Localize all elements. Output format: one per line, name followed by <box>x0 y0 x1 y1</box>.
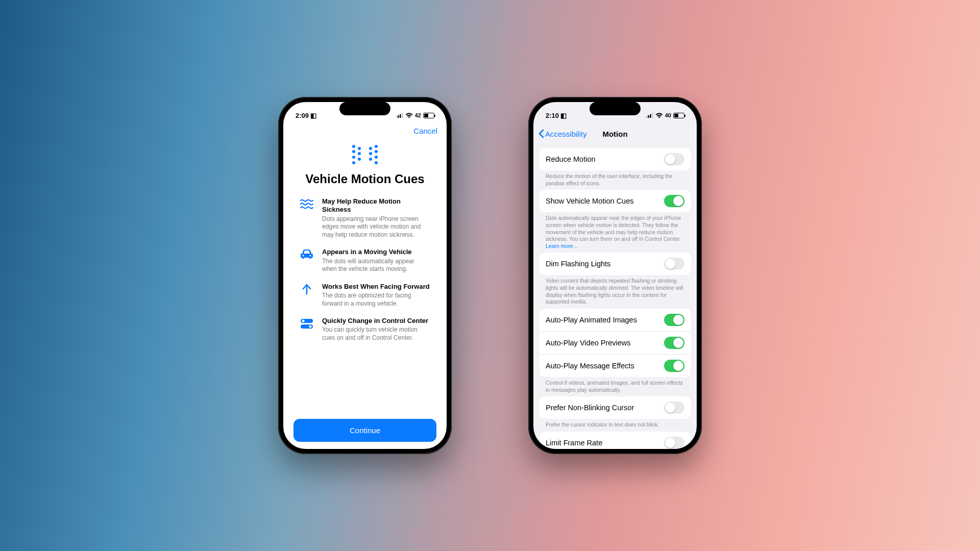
svg-rect-24 <box>646 116 647 118</box>
feature-title: May Help Reduce Motion Sickness <box>322 197 430 214</box>
row-label: Prefer Non-Blinking Cursor <box>546 404 634 412</box>
chevron-left-icon <box>538 129 544 138</box>
svg-point-6 <box>352 156 355 159</box>
row-show-vehicle-motion-cues[interactable]: Show Vehicle Motion Cues <box>540 190 691 212</box>
row-footer: Reduce the motion of the user interface,… <box>540 170 691 187</box>
dynamic-island <box>590 102 641 115</box>
onboarding-content: Vehicle Motion Cues May Help Reduce Moti… <box>283 135 447 449</box>
row-label: Limit Frame Rate <box>546 439 602 447</box>
feature-list: May Help Reduce Motion Sickness Dots app… <box>293 197 436 342</box>
svg-rect-25 <box>648 115 649 118</box>
svg-point-19 <box>309 255 311 257</box>
row-label: Show Vehicle Motion Cues <box>546 197 634 205</box>
location-indicator-icon: ◧ <box>310 112 316 119</box>
svg-point-5 <box>352 150 355 153</box>
feature-title: Appears in a Moving Vehicle <box>322 248 430 256</box>
svg-point-11 <box>369 147 372 150</box>
cancel-button[interactable]: Cancel <box>413 127 437 135</box>
svg-point-15 <box>375 150 378 153</box>
arrow-up-icon <box>300 283 314 295</box>
feature-item: Quickly Change in Control Center You can… <box>300 317 430 342</box>
nav-bar: Accessibility Motion <box>533 124 697 143</box>
row-reduce-motion[interactable]: Reduce Motion <box>540 148 691 170</box>
row-limit-frame-rate[interactable]: Limit Frame Rate <box>540 432 691 449</box>
svg-point-8 <box>358 147 361 150</box>
status-time: 2:10 <box>546 112 559 119</box>
svg-point-21 <box>302 320 305 322</box>
svg-rect-27 <box>652 113 653 118</box>
wifi-icon <box>655 113 663 118</box>
svg-rect-1 <box>398 115 399 118</box>
row-autoplay-message-effects[interactable]: Auto-Play Message Effects <box>540 354 691 377</box>
back-label: Accessibility <box>545 130 587 138</box>
row-autoplay-video-previews[interactable]: Auto-Play Video Previews <box>540 331 691 354</box>
svg-point-13 <box>369 158 372 161</box>
feature-desc: The dots will automatically appear when … <box>322 258 430 273</box>
svg-rect-2 <box>400 114 401 118</box>
feature-title: Works Best When Facing Forward <box>322 283 430 291</box>
toggle-dim-flashing-lights[interactable] <box>664 258 684 270</box>
nav-title: Motion <box>602 130 627 138</box>
status-time: 2:09 <box>296 112 309 119</box>
row-autoplay-animated-images[interactable]: Auto-Play Animated Images <box>540 309 691 331</box>
row-dim-flashing-lights[interactable]: Dim Flashing Lights <box>540 253 691 275</box>
settings-list[interactable]: Reduce Motion Reduce the motion of the u… <box>533 143 697 449</box>
switches-icon <box>300 317 314 329</box>
row-footer: Video content that depicts repeated flas… <box>540 275 691 306</box>
toggle-autoplay-message-effects[interactable] <box>664 360 684 372</box>
toggle-prefer-non-blinking-cursor[interactable] <box>664 402 684 414</box>
svg-point-12 <box>369 152 372 155</box>
svg-point-10 <box>358 158 361 161</box>
background: 2:09 ◧ 42 Cancel <box>0 0 980 551</box>
learn-more-link[interactable]: Learn more… <box>546 243 578 249</box>
feature-item: May Help Reduce Motion Sickness Dots app… <box>300 197 430 239</box>
sheet-header: Cancel <box>283 124 447 135</box>
row-footer: Prefer the cursor indicator in text does… <box>540 419 691 429</box>
car-icon <box>300 248 314 259</box>
row-label: Auto-Play Animated Images <box>546 316 637 324</box>
row-label: Reduce Motion <box>546 155 596 163</box>
feature-desc: Dots appearing near iPhone screen edges … <box>322 215 430 239</box>
battery-percent: 42 <box>415 112 421 118</box>
battery-percent: 40 <box>665 112 671 118</box>
onboarding-title: Vehicle Motion Cues <box>305 172 424 186</box>
feature-title: Quickly Change in Control Center <box>322 317 430 325</box>
motion-cues-logo-icon <box>352 144 378 165</box>
svg-point-4 <box>352 145 355 148</box>
svg-rect-0 <box>396 116 397 118</box>
iphone-right: 2:10 ◧ 40 <box>528 97 702 454</box>
location-indicator-icon: ◧ <box>560 112 567 119</box>
cellular-icon <box>646 113 653 118</box>
feature-item: Works Best When Facing Forward The dots … <box>300 283 430 308</box>
iphone-left: 2:09 ◧ 42 Cancel <box>278 97 452 454</box>
svg-point-14 <box>375 145 378 148</box>
feature-desc: You can quickly turn vehicle motion cues… <box>322 326 430 342</box>
feature-item: Appears in a Moving Vehicle The dots wil… <box>300 248 430 273</box>
feature-desc: The dots are optimized for facing forwar… <box>322 292 430 308</box>
toggle-autoplay-video-previews[interactable] <box>664 337 684 349</box>
svg-point-16 <box>375 156 378 159</box>
toggle-limit-frame-rate[interactable] <box>664 437 684 449</box>
row-footer: Control if videos, animated images, and … <box>540 377 691 393</box>
row-footer: Dots automatically appear near the edges… <box>540 212 691 249</box>
screen-onboarding: 2:09 ◧ 42 Cancel <box>283 102 447 449</box>
dynamic-island <box>339 102 390 115</box>
row-prefer-non-blinking-cursor[interactable]: Prefer Non-Blinking Cursor <box>540 396 691 419</box>
toggle-reduce-motion[interactable] <box>664 153 684 165</box>
cellular-icon <box>396 113 403 118</box>
toggle-show-vehicle-motion-cues[interactable] <box>664 195 684 207</box>
toggle-autoplay-animated-images[interactable] <box>664 314 684 326</box>
wifi-icon <box>405 113 413 118</box>
continue-button[interactable]: Continue <box>293 419 436 442</box>
row-label: Auto-Play Video Previews <box>546 339 631 347</box>
row-label: Dim Flashing Lights <box>546 260 610 268</box>
svg-point-7 <box>352 161 355 164</box>
svg-rect-3 <box>402 113 403 118</box>
waves-icon <box>300 197 314 210</box>
svg-point-17 <box>375 161 378 164</box>
back-button[interactable]: Accessibility <box>538 129 587 138</box>
svg-point-18 <box>302 255 304 257</box>
row-label: Auto-Play Message Effects <box>546 362 634 370</box>
battery-icon <box>423 113 434 118</box>
svg-point-23 <box>309 325 312 328</box>
